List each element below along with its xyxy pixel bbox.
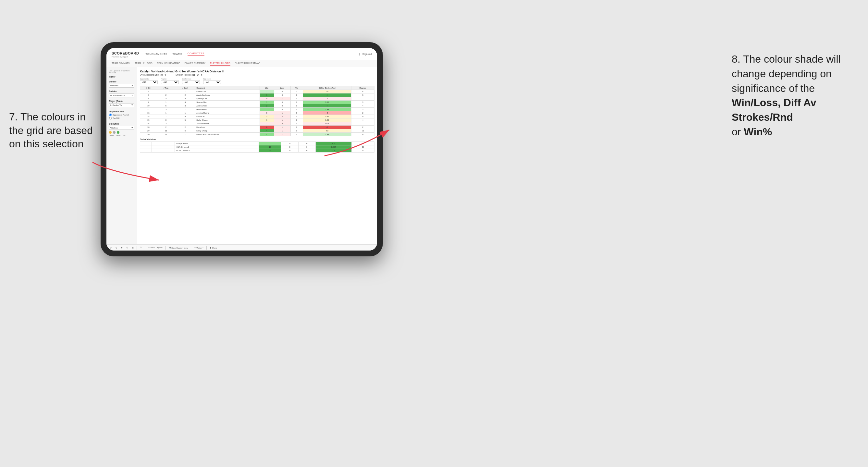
table-row: Foreign Team 1 0 0 4.5 2 xyxy=(140,142,374,145)
gender-select[interactable]: Women's xyxy=(109,84,134,88)
cell-loss: 2 xyxy=(274,115,290,119)
undo-button[interactable]: ↺ xyxy=(109,246,113,249)
annotation-right-text: 8. The colour shade will change dependin… xyxy=(732,53,841,94)
top100-label: Top 100 xyxy=(113,117,119,119)
sidebar-gender-label: Gender xyxy=(109,81,134,83)
cell-tie: 0 xyxy=(290,129,303,133)
dot-down xyxy=(109,131,112,134)
cell-tie: 0 xyxy=(298,149,315,153)
cell-loss: 0 xyxy=(274,90,290,93)
cell-reg: 11 xyxy=(157,133,175,136)
main-grid-table: # Div # Reg # Conf Opponent Win Loss Tie… xyxy=(140,86,374,136)
cell-diff: 0.38 xyxy=(303,115,351,119)
sub-nav-team-summary[interactable]: TEAM SUMMARY xyxy=(112,61,130,66)
cell-reg: 2 xyxy=(157,93,175,97)
opponent-played-radio[interactable]: Opponents Played xyxy=(109,114,134,116)
cell-conf: 4 xyxy=(175,115,195,119)
share-label: Share xyxy=(212,247,217,249)
cell-opponent: Esther Lee xyxy=(195,90,260,93)
cell-opponent: Sharon Mun xyxy=(195,101,260,104)
cell-win: 1 xyxy=(259,119,274,122)
view-original-button[interactable]: 👁 View: Original xyxy=(147,246,163,249)
cell-win: 5 xyxy=(259,149,281,153)
cell-conf: 4 xyxy=(175,101,195,104)
cell-conf: 1 xyxy=(175,90,195,93)
nav-right: | Sign out xyxy=(359,53,372,56)
sign-out-link[interactable]: Sign out xyxy=(363,53,372,56)
data-records: Overall Record: 353 - 34 - 6 Division Re… xyxy=(140,74,374,76)
nav-committee[interactable]: COMMITTEE xyxy=(188,52,205,56)
cell-diff: 4.5 xyxy=(315,142,352,145)
division-record-label: Division Record: xyxy=(176,74,191,76)
cell-div: 10 xyxy=(140,104,157,108)
cell-tie: 0 xyxy=(290,133,303,136)
cell-conf xyxy=(163,145,175,149)
paste-button[interactable]: ⌘ xyxy=(131,246,135,249)
sub-nav-team-h2h-grid[interactable]: TEAM H2H GRID xyxy=(135,61,153,66)
top100-radio[interactable]: Top 100 xyxy=(109,117,134,119)
cell-reg xyxy=(152,142,163,145)
cell-win: 4 xyxy=(259,129,274,133)
cell-conf: 1 xyxy=(175,122,195,126)
ood-body: Foreign Team 1 0 0 4.5 2 NAIA Division 1… xyxy=(140,142,374,153)
save-custom-button[interactable]: 💾 Save Custom View xyxy=(168,246,189,249)
clock-button[interactable]: ⏱ xyxy=(139,246,143,249)
watch-button[interactable]: 👁 Watch ▾ xyxy=(193,246,205,249)
nav-teams[interactable]: TEAMS xyxy=(173,53,182,56)
cell-div: 3 xyxy=(140,90,157,93)
cell-tie: 0 xyxy=(290,119,303,122)
logo-text: SCOREBOARD xyxy=(112,51,139,55)
cell-win: 1 xyxy=(259,142,281,145)
player-rank-select[interactable]: 8. Katelyn Vo xyxy=(109,103,134,107)
share-button[interactable]: ⬆ Share xyxy=(209,246,218,249)
cell-loss: 1 xyxy=(274,126,290,129)
cell-rounds: 6 xyxy=(351,133,374,136)
cell-rounds: 2 xyxy=(352,142,374,145)
legend-down: Down xyxy=(109,134,114,136)
nav-tournaments[interactable]: TOURNAMENTS xyxy=(145,53,167,56)
sidebar-opponent-view: Opponent view Opponents Played Top 100 xyxy=(109,110,134,119)
cell-diff: 1.29 xyxy=(303,119,351,122)
cell-rounds xyxy=(351,122,374,126)
data-area: Katelyn Vo Head-to-Head Grid for Women's… xyxy=(137,67,377,244)
redo-button[interactable]: ↻ xyxy=(115,246,118,249)
cell-win: 1 xyxy=(259,90,274,93)
cell-rounds: 30 xyxy=(352,145,374,149)
cell-diff: 7.4 xyxy=(315,149,352,153)
division-select[interactable]: NCAA Division III xyxy=(109,93,134,97)
cell-div xyxy=(140,142,152,145)
cell-div: 20 xyxy=(140,133,157,136)
cell-reg: 1 xyxy=(157,101,175,104)
top100-input[interactable] xyxy=(109,117,112,119)
cell-conf: 5 xyxy=(175,119,195,122)
cell-loss: 0 xyxy=(281,149,299,153)
region-select[interactable]: (All) xyxy=(161,80,179,84)
grid-header-row: # Div # Reg # Conf Opponent Win Loss Tie… xyxy=(140,86,374,90)
opponent-played-input[interactable] xyxy=(109,114,112,116)
table-row: NCAA Division 2 5 0 0 7.4 10 xyxy=(140,149,374,153)
sub-nav-team-h2h-heatmap[interactable]: TEAM H2H HEATMAP xyxy=(157,61,180,66)
cell-reg: 1 xyxy=(157,90,175,93)
cell-opponent: Jessica Huang xyxy=(195,111,260,115)
sub-nav-player-h2h-grid[interactable]: PLAYER H2H GRID xyxy=(210,61,230,66)
cell-div: 14 xyxy=(140,115,157,119)
annotation-bold3: Win% xyxy=(744,126,772,137)
colour-by-select[interactable]: Win/loss xyxy=(109,126,134,130)
copy-button[interactable]: ⎘ xyxy=(126,246,129,249)
cell-conf: 3 xyxy=(175,97,195,101)
cell-conf: 1 xyxy=(175,111,195,115)
cell-conf: 2 xyxy=(175,126,195,129)
cell-reg: 6 xyxy=(157,104,175,108)
sub-nav-player-h2h-heatmap[interactable]: PLAYER H2H HEATMAP xyxy=(235,61,260,66)
conference-select[interactable]: (All) xyxy=(182,80,200,84)
cell-div: 9 xyxy=(140,101,157,104)
cell-opponent: NAIA Division 1 xyxy=(175,145,259,149)
opponents-select[interactable]: (All) xyxy=(140,80,158,84)
redo2-button[interactable]: ↻ xyxy=(120,246,124,249)
opponent-filter-select[interactable]: (All) xyxy=(203,80,221,84)
sub-nav-player-summary[interactable]: PLAYER SUMMARY xyxy=(185,61,206,66)
cell-rounds: 4 xyxy=(351,119,374,122)
cell-div: 11 xyxy=(140,108,157,111)
share-icon: ⬆ xyxy=(210,247,211,249)
toolbar-divider2 xyxy=(145,246,145,250)
